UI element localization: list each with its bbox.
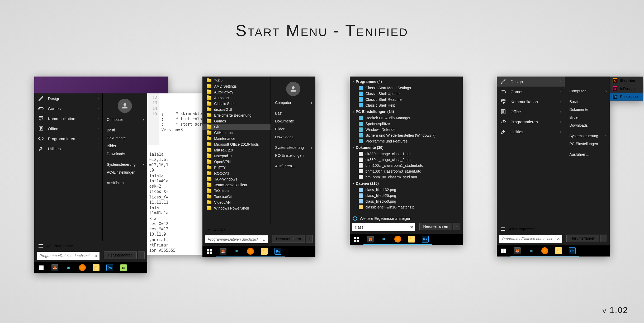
folder-item[interactable]: MiKTeX 2.9 [202, 147, 271, 153]
place-basti[interactable]: Basti [103, 126, 147, 134]
folder-item[interactable]: Games [202, 118, 271, 124]
result-group[interactable]: ▸Dokumente (30) [350, 144, 463, 151]
app-photoshop[interactable]: Ps [103, 262, 117, 273]
folder-item[interactable]: OpenVPN [202, 159, 271, 165]
app-photoshop[interactable]: Ps [565, 245, 579, 256]
result-item[interactable]: bhm100cr_classroom1_student.utc [350, 163, 463, 168]
result-group[interactable]: ▸Dateien (215) [350, 180, 463, 187]
place-dokumente[interactable]: Dokumente [103, 134, 147, 142]
category-office[interactable]: Office› [497, 107, 565, 117]
result-group[interactable]: ▸PC-Einstellungen (14) [350, 108, 463, 115]
search-input[interactable] [205, 235, 261, 243]
place-dokumente[interactable]: Dokumente [271, 117, 315, 125]
place-ausfuehren[interactable]: Ausführen... [565, 150, 610, 158]
app-firefox[interactable] [244, 246, 257, 257]
search-field[interactable]: ⌕ [37, 252, 100, 260]
folder-item[interactable]: Classic Shell [202, 101, 271, 107]
result-item[interactable]: class_filled-32.png [350, 187, 463, 193]
folder-item[interactable]: TAP-Windows [202, 176, 271, 182]
folder-item[interactable]: Maintenance [202, 136, 271, 141]
shutdown-options[interactable]: › [138, 251, 145, 259]
start-button[interactable] [202, 246, 216, 257]
flyout-indesign[interactable]: IdInDesign [610, 85, 643, 93]
result-item[interactable]: Sichern und Wiederherstellen (Windows 7) [350, 132, 463, 138]
category-office[interactable]: Office› [34, 124, 102, 134]
app-photoshop[interactable]: Ps [271, 246, 285, 257]
all-programs[interactable]: Alle Programme [497, 224, 610, 234]
result-item[interactable]: classic-shell-win10-master.zip [350, 204, 463, 210]
place-systemsteuerung[interactable]: Systemsteuerung [565, 132, 610, 140]
category-kommunikation[interactable]: Kommunikation› [34, 113, 102, 124]
app-fox[interactable]: 🦊 [510, 245, 524, 256]
result-item[interactable]: Speicherplätze [350, 121, 463, 127]
result-item[interactable]: cir330cr_mage_class_2.utc [350, 157, 463, 163]
folder-item[interactable]: Windows PowerShell [202, 205, 271, 211]
app-thunderbird[interactable]: ✉ [230, 246, 244, 257]
app-explorer[interactable]: 📁 [405, 234, 418, 245]
folder-item[interactable]: 7-Zip [202, 78, 271, 83]
search-icon[interactable]: ⌕ [261, 237, 268, 242]
back-button[interactable]: ← Zurück [202, 224, 315, 234]
folder-item[interactable]: Erleichterte Bedienung [202, 112, 271, 118]
place-computer[interactable]: Computer [271, 99, 315, 107]
place-downloads[interactable]: Downloads [271, 133, 315, 141]
category-utilities[interactable]: Utilities› [497, 127, 565, 137]
search-field[interactable]: ⌕ [499, 235, 562, 243]
folder-item[interactable]: TeXstudio [202, 188, 271, 194]
flyout-illustrator[interactable]: AiIllustrator [610, 77, 643, 85]
place-computer[interactable]: Computer [565, 87, 610, 95]
folder-item[interactable]: Git [202, 124, 271, 130]
search-field[interactable]: ✕ [352, 223, 415, 231]
search-icon[interactable]: ⌕ [92, 253, 100, 258]
result-item[interactable]: hm_bhm100_classrm_stud.mor [350, 174, 463, 180]
app-fox[interactable]: 🦊 [216, 246, 230, 257]
place-bilder[interactable]: Bilder [565, 113, 610, 121]
place-bilder[interactable]: Bilder [103, 142, 147, 150]
app-explorer[interactable]: 📁 [552, 245, 565, 256]
category-kommunikation[interactable]: Kommunikation› [497, 97, 565, 107]
result-item[interactable]: cir330cr_mage_class_1.utc [350, 151, 463, 157]
folder-item[interactable]: dispcalGUI [202, 107, 271, 112]
category-utilities[interactable]: Utilities› [34, 144, 102, 154]
category-programmieren[interactable]: Programmieren› [497, 117, 565, 127]
shutdown-button[interactable]: Herunterfahren [104, 251, 136, 259]
result-item[interactable]: class_filled-50.png [350, 198, 463, 204]
folder-item[interactable]: ROCCAT [202, 170, 271, 176]
category-games[interactable]: Games› [34, 103, 102, 113]
shutdown-button[interactable]: Herunterfahren [566, 235, 599, 242]
result-group[interactable]: ▸Programme (4) [350, 78, 463, 85]
search-input[interactable] [352, 225, 408, 229]
shutdown-button[interactable]: Herunterfahren [419, 223, 452, 230]
user-avatar[interactable] [118, 99, 132, 113]
folder-item[interactable]: AMD Settings [202, 83, 271, 89]
app-notepadpp[interactable]: N [117, 262, 130, 273]
user-avatar[interactable] [286, 82, 300, 96]
app-firefox[interactable] [75, 262, 89, 273]
shutdown-button[interactable]: Herunterfahren [272, 235, 305, 243]
app-thunderbird[interactable]: ✉ [377, 234, 391, 245]
app-thunderbird[interactable]: ✉ [524, 245, 538, 256]
folder-item[interactable]: GitHub, Inc [202, 130, 271, 136]
result-item[interactable]: bhm100cr_classroom3_stuent.utc [350, 168, 463, 174]
folder-item[interactable]: TortoiseGit [202, 194, 271, 200]
folder-item[interactable]: AutoHotkey [202, 89, 271, 95]
more-results[interactable]: Weitere Ergebnisse anzeigen [350, 214, 463, 222]
place-basti[interactable]: Basti [565, 98, 610, 106]
start-button[interactable] [497, 245, 510, 256]
search-input[interactable] [499, 235, 555, 243]
app-fox[interactable]: 🦊 [48, 262, 62, 273]
flyout-photoshop[interactable]: PsPhotoshop [610, 93, 643, 101]
result-item[interactable]: class_filled-25.png [350, 193, 463, 198]
shutdown-options[interactable]: › [600, 235, 607, 242]
result-item[interactable]: Classic Shell Help [350, 102, 463, 108]
place-downloads[interactable]: Downloads [565, 121, 610, 129]
category-games[interactable]: Games› [497, 87, 565, 97]
folder-item[interactable]: VideoLAN [202, 200, 271, 205]
category-design[interactable]: Design› [34, 93, 102, 103]
result-item[interactable]: Windows Defender [350, 127, 463, 132]
search-input[interactable] [37, 252, 92, 260]
place-ausfuehren[interactable]: Ausführen... [271, 162, 315, 170]
place-systemsteuerung[interactable]: Systemsteuerung [103, 160, 147, 168]
category-programmieren[interactable]: Programmieren› [34, 134, 102, 144]
folder-item[interactable]: Microsoft Office 2016-Tools [202, 141, 271, 147]
